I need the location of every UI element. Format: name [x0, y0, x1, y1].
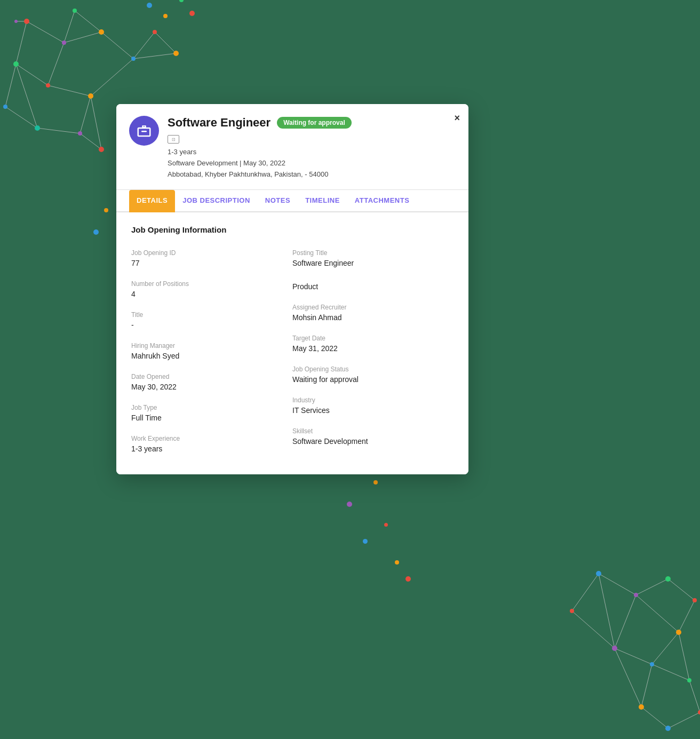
svg-line-44	[636, 595, 679, 632]
value-job-opening-status: Waiting for approval	[292, 375, 454, 384]
svg-line-51	[641, 664, 652, 707]
label-num-positions: Number of Positions	[131, 280, 292, 288]
svg-line-41	[636, 579, 668, 595]
svg-line-0	[27, 21, 64, 43]
svg-point-39	[189, 11, 195, 16]
svg-point-62	[676, 630, 681, 635]
svg-point-60	[665, 576, 671, 582]
label-assigned-recruiter: Assigned Recruiter	[292, 304, 454, 311]
svg-line-50	[679, 632, 689, 680]
svg-point-69	[570, 609, 574, 613]
value-date-opened: May 30, 2022	[131, 383, 292, 391]
detail-assigned-recruiter: Assigned Recruiter Mohsin Ahmad	[292, 299, 454, 330]
tab-attachments[interactable]: ATTACHMENTS	[347, 190, 417, 212]
label-job-type: Job Type	[131, 404, 292, 411]
svg-line-5	[48, 43, 64, 85]
tab-details[interactable]: DETAILS	[129, 190, 175, 212]
svg-line-53	[689, 680, 700, 712]
svg-point-38	[179, 0, 184, 2]
svg-point-28	[78, 131, 82, 136]
svg-point-68	[665, 726, 671, 731]
svg-line-2	[101, 32, 133, 59]
svg-point-59	[634, 593, 638, 597]
label-target-date: Target Date	[292, 335, 454, 342]
svg-line-17	[75, 11, 101, 32]
tab-notes[interactable]: NOTES	[258, 190, 298, 212]
value-job-opening-id: 77	[131, 259, 292, 267]
modal-header: Software Engineer Waiting for approval ⊡…	[116, 104, 468, 190]
detail-job-opening-id: Job Opening ID 77	[131, 245, 292, 276]
label-title: Title	[131, 311, 292, 319]
svg-line-6	[48, 85, 91, 96]
svg-line-8	[80, 96, 91, 133]
svg-line-49	[652, 664, 689, 680]
detail-product: Product	[292, 276, 454, 299]
label-job-opening-status: Job Opening Status	[292, 365, 454, 373]
svg-point-33	[73, 9, 77, 13]
svg-point-25	[13, 61, 19, 67]
label-work-experience: Work Experience	[131, 435, 292, 442]
svg-point-66	[639, 704, 644, 710]
detail-title: Title -	[131, 307, 292, 338]
value-product: Product	[292, 282, 454, 291]
right-column: Posting Title Software Engineer Product …	[292, 245, 454, 462]
title-row: Software Engineer Waiting for approval	[168, 116, 456, 130]
svg-point-58	[596, 571, 601, 576]
svg-point-35	[99, 147, 104, 152]
svg-point-29	[35, 125, 40, 131]
svg-line-42	[668, 579, 695, 600]
svg-point-26	[46, 83, 50, 88]
svg-line-9	[37, 128, 80, 133]
svg-point-24	[131, 57, 136, 61]
label-hiring-manager: Hiring Manager	[131, 342, 292, 349]
detail-industry: Industry IT Services	[292, 392, 454, 423]
detail-job-type: Job Type Full Time	[131, 400, 292, 431]
department-date: Software Development | May 30, 2022	[168, 158, 456, 169]
sub-info: 1-3 years Software Development | May 30,…	[168, 147, 456, 180]
value-target-date: May 31, 2022	[292, 344, 454, 353]
label-industry: Industry	[292, 396, 454, 404]
svg-line-3	[16, 21, 27, 64]
value-posting-title: Software Engineer	[292, 259, 454, 267]
section-title: Job Opening Information	[131, 225, 454, 234]
svg-point-23	[99, 29, 104, 35]
status-badge: Waiting for approval	[277, 117, 352, 129]
svg-line-46	[615, 648, 652, 664]
location-text: Abbotabad, Khyber Pakhtunkhwa, Pakistan,…	[168, 169, 456, 180]
svg-line-13	[133, 53, 176, 59]
value-title: -	[131, 321, 292, 329]
tab-timeline[interactable]: TIMELINE	[298, 190, 347, 212]
value-num-positions: 4	[131, 290, 292, 298]
svg-line-1	[64, 32, 101, 43]
svg-line-20	[91, 96, 101, 149]
svg-line-19	[80, 133, 101, 149]
modal-card: Software Engineer Waiting for approval ⊡…	[116, 104, 468, 474]
svg-point-37	[163, 14, 168, 18]
svg-line-12	[155, 32, 176, 53]
tab-job-description[interactable]: JOB DESCRIPTION	[175, 190, 258, 212]
svg-line-15	[5, 107, 37, 128]
svg-line-56	[572, 574, 599, 611]
svg-line-52	[615, 648, 641, 707]
detail-work-experience: Work Experience 1-3 years	[131, 431, 292, 462]
label-job-opening-id: Job Opening ID	[131, 249, 292, 257]
svg-line-47	[599, 574, 615, 648]
modal-content: Job Opening Information Job Opening ID 7…	[116, 212, 468, 474]
detail-num-positions: Number of Positions 4	[131, 276, 292, 307]
svg-line-4	[16, 64, 48, 85]
value-hiring-manager: Mahrukh Syed	[131, 352, 292, 360]
svg-line-10	[16, 64, 37, 128]
svg-line-45	[652, 632, 679, 664]
svg-point-31	[173, 51, 179, 56]
tabs-row: DETAILS JOB DESCRIPTION NOTES TIMELINE A…	[116, 190, 468, 212]
value-assigned-recruiter: Mohsin Ahmad	[292, 313, 454, 322]
detail-posting-title: Posting Title Software Engineer	[292, 245, 454, 276]
left-column: Job Opening ID 77 Number of Positions 4 …	[131, 245, 292, 462]
label-posting-title: Posting Title	[292, 249, 454, 257]
svg-line-40	[599, 574, 636, 595]
close-button[interactable]: ×	[454, 113, 460, 124]
value-skillset: Software Development	[292, 437, 454, 446]
svg-point-21	[24, 19, 29, 24]
svg-line-55	[641, 707, 668, 728]
value-work-experience: 1-3 years	[131, 444, 292, 453]
